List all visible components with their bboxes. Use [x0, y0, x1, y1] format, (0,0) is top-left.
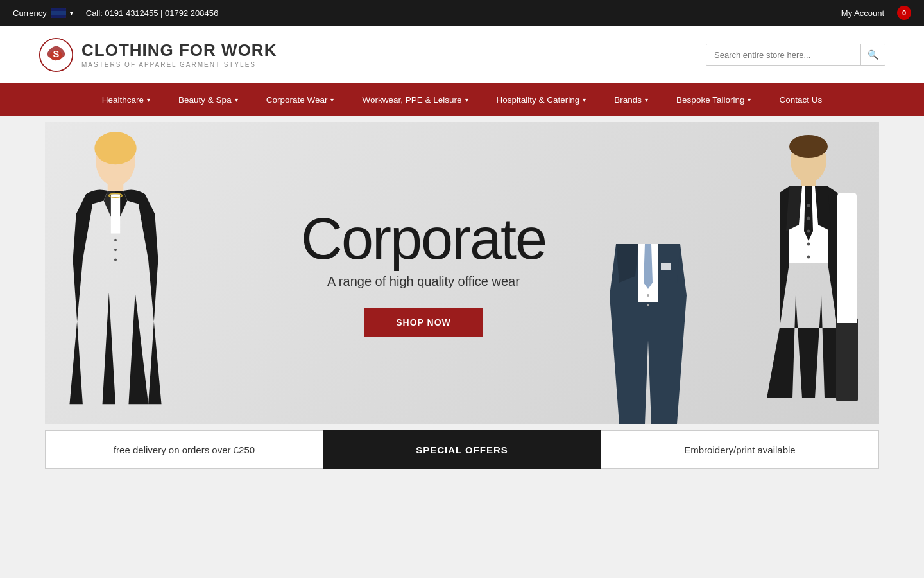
svg-rect-8	[111, 194, 120, 233]
bottom-banners: free delivery on orders over £250SPECIAL…	[45, 430, 879, 469]
top-bar-left: Currency ▾ Call: 0191 4312455 | 01792 20…	[13, 8, 218, 18]
nav-item-corporate-wear[interactable]: Corporate Wear▾	[252, 83, 348, 116]
nav-item-contact-us[interactable]: Contact Us	[765, 83, 836, 116]
chevron-down-icon: ▾	[465, 96, 468, 103]
top-bar: Currency ▾ Call: 0191 4312455 | 01792 20…	[0, 0, 924, 26]
figure-male	[738, 122, 879, 424]
nav-item-bespoke-tailoring[interactable]: Bespoke Tailoring▾	[662, 83, 765, 116]
chevron-down-icon: ▾	[147, 96, 150, 103]
hero-banner: Corporate A range of high quality office…	[45, 122, 879, 424]
logo-icon: S	[38, 37, 74, 73]
nav-item-beauty---spa[interactable]: Beauty & Spa▾	[164, 83, 252, 116]
svg-rect-32	[837, 193, 857, 321]
figure-female	[45, 122, 186, 424]
banner-dark[interactable]: SPECIAL OFFERS	[323, 430, 601, 469]
shop-now-button[interactable]: SHOP NOW	[364, 308, 483, 337]
search-button[interactable]: 🔍	[860, 44, 885, 65]
svg-point-19	[647, 304, 649, 306]
svg-rect-17	[661, 263, 671, 270]
svg-point-12	[114, 258, 117, 261]
navigation: Healthcare▾Beauty & Spa▾Corporate Wear▾W…	[0, 83, 924, 116]
logo-subtitle: MASTERS OF APPAREL GARMENT STYLES	[81, 61, 277, 69]
svg-point-10	[114, 239, 117, 241]
chevron-down-icon: ▾	[235, 96, 238, 103]
chevron-down-icon: ▾	[70, 10, 73, 17]
cart-icon[interactable]: 0	[897, 6, 911, 20]
nav-item-workwear--ppe---leisure[interactable]: Workwear, PPE & Leisure▾	[348, 83, 482, 116]
header: S CLOTHING FOR WORK MASTERS OF APPAREL G…	[0, 26, 924, 83]
svg-point-18	[647, 294, 649, 297]
search-input[interactable]	[706, 45, 860, 65]
flag-icon	[51, 8, 66, 18]
svg-point-11	[114, 249, 117, 251]
logo-title: CLOTHING FOR WORK	[81, 40, 277, 60]
currency-label: Currency	[13, 8, 47, 18]
nav-item-brands[interactable]: Brands▾	[600, 83, 662, 116]
nav-item-healthcare[interactable]: Healthcare▾	[88, 83, 164, 116]
svg-point-28	[807, 217, 810, 220]
svg-point-21	[789, 135, 828, 158]
logo[interactable]: S CLOTHING FOR WORK MASTERS OF APPAREL G…	[38, 37, 277, 73]
hero-title: Corporate	[301, 210, 546, 268]
banner-outline[interactable]: free delivery on orders over £250	[45, 430, 323, 469]
svg-rect-34	[837, 318, 857, 323]
phone-number: Call: 0191 4312455 | 01792 208456	[86, 8, 219, 18]
top-bar-right: My Account 0	[841, 6, 911, 20]
chevron-down-icon: ▾	[645, 96, 648, 103]
cart-count: 0	[902, 9, 906, 17]
chevron-down-icon: ▾	[330, 96, 334, 103]
logo-text: CLOTHING FOR WORK MASTERS OF APPAREL GAR…	[81, 40, 277, 68]
svg-rect-33	[836, 318, 858, 401]
chevron-down-icon: ▾	[748, 96, 751, 103]
hero-content: Corporate A range of high quality office…	[301, 210, 546, 337]
banner-outline[interactable]: Embroidery/print available	[601, 430, 879, 469]
svg-point-31	[807, 256, 810, 259]
search-icon: 🔍	[868, 49, 878, 60]
my-account-link[interactable]: My Account	[841, 8, 884, 18]
nav-item-hospitality---catering[interactable]: Hospitality & Catering▾	[483, 83, 601, 116]
search-box: 🔍	[706, 44, 886, 66]
currency-selector[interactable]: Currency ▾	[13, 8, 73, 18]
svg-text:S: S	[53, 49, 60, 59]
svg-marker-14	[644, 244, 653, 289]
svg-point-29	[807, 230, 810, 233]
hero-subtitle: A range of high quality office wear	[301, 274, 546, 289]
figure-suit-headless	[597, 243, 699, 424]
svg-point-27	[807, 204, 810, 207]
chevron-down-icon: ▾	[583, 96, 586, 103]
svg-point-30	[807, 243, 810, 246]
svg-point-3	[94, 132, 136, 164]
